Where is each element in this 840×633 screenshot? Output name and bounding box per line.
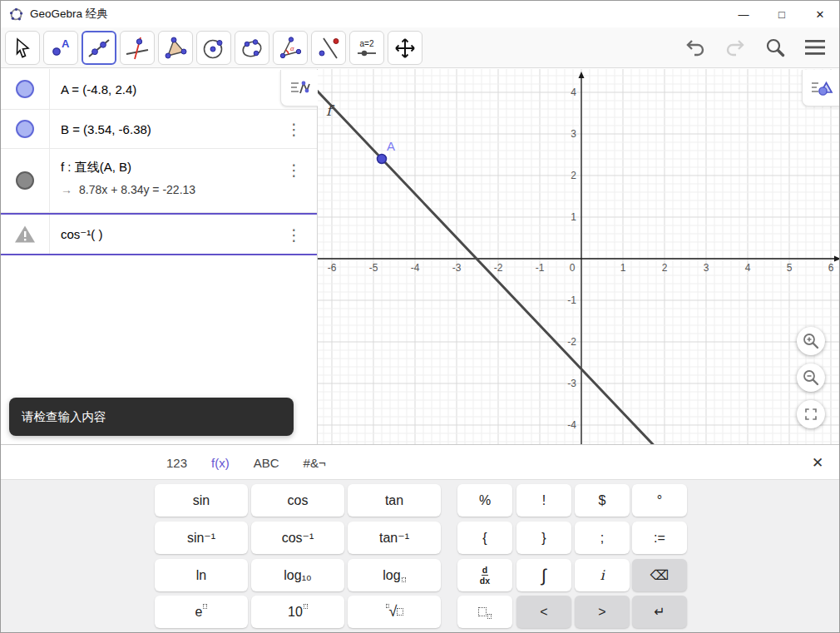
fullscreen-icon bbox=[803, 407, 818, 422]
key-assign[interactable]: := bbox=[632, 522, 687, 554]
fullscreen-button[interactable] bbox=[797, 400, 825, 428]
algebra-row-f[interactable]: f : 直线(A, B)→8.78x + 8.34y = -22.13⋮ bbox=[1, 149, 317, 213]
perpendicular-line-icon bbox=[125, 36, 150, 61]
geogebra-logo-icon bbox=[9, 7, 23, 22]
svg-text:3: 3 bbox=[571, 128, 576, 140]
key-ten-power[interactable]: 10 bbox=[251, 596, 344, 628]
undo-button[interactable] bbox=[681, 32, 709, 62]
svg-text:a=2: a=2 bbox=[360, 39, 374, 48]
tool-move-graphics-view[interactable] bbox=[388, 31, 422, 65]
key-factorial[interactable]: ! bbox=[516, 484, 571, 517]
redo-button[interactable] bbox=[721, 32, 749, 62]
svg-text:5: 5 bbox=[787, 262, 793, 274]
menu-button[interactable] bbox=[801, 32, 829, 62]
algebra-expression: f : 直线(A, B) bbox=[61, 160, 317, 176]
key-tan[interactable]: tan bbox=[348, 484, 441, 517]
algebra-row-A[interactable]: A = (-4.8, 2.4) bbox=[1, 69, 317, 110]
row-menu-button[interactable]: ⋮ bbox=[281, 225, 307, 244]
circle-gray-icon bbox=[16, 171, 34, 190]
graphics-stylebar-button[interactable] bbox=[802, 70, 839, 106]
row-menu-button[interactable]: ⋮ bbox=[281, 161, 307, 180]
svg-text:-6: -6 bbox=[328, 262, 337, 274]
zoom-out-button[interactable] bbox=[797, 363, 825, 392]
keyboard-close-button[interactable]: ✕ bbox=[806, 451, 829, 474]
visibility-toggle[interactable] bbox=[1, 69, 50, 109]
key-semicolon[interactable]: ; bbox=[575, 522, 630, 554]
visibility-toggle[interactable] bbox=[1, 110, 50, 148]
tool-reflect-about-line[interactable] bbox=[311, 31, 346, 65]
svg-text:-4: -4 bbox=[567, 419, 576, 431]
svg-text:-4: -4 bbox=[411, 262, 420, 274]
algebra-row-B[interactable]: B = (3.54, -6.38)⋮ bbox=[1, 110, 317, 149]
move-icon bbox=[10, 36, 35, 61]
graph-canvas[interactable]: -6-5-4-3-2-101234564321-1-2-3-4fA bbox=[318, 69, 840, 444]
algebra-row-input[interactable]: cos⁻¹( )⋮ bbox=[1, 213, 317, 255]
tool-angle[interactable]: α bbox=[273, 31, 308, 65]
circle-blue-icon bbox=[16, 80, 34, 98]
key-log10[interactable]: log₁₀ bbox=[251, 559, 344, 591]
svg-text:6: 6 bbox=[828, 262, 834, 274]
geogebra-window: GeoGebra 经典 — □ ✕ Aαa=2 bbox=[0, 0, 840, 633]
zoom-in-icon bbox=[802, 332, 820, 350]
key-degree[interactable]: ° bbox=[632, 484, 687, 517]
algebra-expression: B = (3.54, -6.38) bbox=[61, 122, 151, 136]
tool-perpendicular-line[interactable] bbox=[120, 31, 155, 65]
key-subscript[interactable] bbox=[457, 596, 512, 628]
algebra-stylebar-button[interactable] bbox=[280, 70, 318, 106]
svg-text:-2: -2 bbox=[567, 336, 576, 348]
search-button[interactable] bbox=[761, 32, 789, 62]
zoom-out-icon bbox=[802, 368, 820, 387]
minimize-button[interactable]: — bbox=[724, 1, 763, 27]
visibility-toggle[interactable] bbox=[1, 215, 50, 254]
maximize-button[interactable]: □ bbox=[763, 1, 801, 27]
polygon-icon bbox=[163, 36, 188, 61]
key-derivative[interactable]: ddx bbox=[457, 559, 512, 591]
tool-conic[interactable] bbox=[235, 31, 269, 65]
visibility-toggle[interactable] bbox=[1, 149, 50, 212]
key-tan-inverse[interactable]: tan⁻¹ bbox=[348, 522, 441, 554]
key-sin[interactable]: sin bbox=[155, 484, 248, 517]
key-e-power[interactable]: e bbox=[155, 596, 248, 628]
tool-polygon[interactable] bbox=[158, 31, 193, 65]
svg-text:4: 4 bbox=[571, 87, 576, 98]
key-brace-open[interactable]: { bbox=[457, 522, 512, 554]
key-brace-close[interactable]: } bbox=[516, 522, 571, 554]
tool-point[interactable]: A bbox=[43, 31, 78, 65]
zoom-in-button[interactable] bbox=[797, 327, 825, 355]
key-backspace[interactable]: ⌫ bbox=[632, 559, 687, 591]
keyboard-tab-fx[interactable]: f(x) bbox=[211, 456, 230, 470]
key-percent[interactable]: % bbox=[457, 484, 512, 517]
keyboard-tab-123[interactable]: 123 bbox=[166, 456, 187, 470]
key-log-base[interactable]: log bbox=[348, 559, 441, 591]
point-A[interactable] bbox=[378, 155, 387, 164]
tool-move[interactable] bbox=[5, 31, 40, 65]
key-cursor-left[interactable]: < bbox=[516, 596, 571, 628]
keyboard-tab-abc[interactable]: ABC bbox=[254, 456, 279, 470]
algebra-output: →8.78x + 8.34y = -22.13 bbox=[61, 183, 317, 196]
graphics-view[interactable]: -6-5-4-3-2-101234564321-1-2-3-4fA bbox=[318, 69, 840, 444]
key-nth-root[interactable]: √ bbox=[348, 596, 441, 628]
row-menu-button[interactable]: ⋮ bbox=[281, 120, 307, 139]
point-icon: A bbox=[48, 36, 73, 61]
close-button[interactable]: ✕ bbox=[801, 1, 839, 27]
toolbar: Aαa=2 bbox=[1, 27, 839, 68]
key-ln[interactable]: ln bbox=[155, 559, 248, 591]
key-cos-inverse[interactable]: cos⁻¹ bbox=[251, 522, 344, 554]
svg-text:0: 0 bbox=[570, 262, 576, 274]
circle-blue-icon bbox=[16, 120, 34, 138]
key-dollar[interactable]: $ bbox=[575, 484, 630, 517]
key-cos[interactable]: cos bbox=[251, 484, 344, 517]
key-imaginary-i[interactable]: i bbox=[575, 559, 630, 591]
menu-icon bbox=[804, 38, 826, 57]
key-sin-inverse[interactable]: sin⁻¹ bbox=[155, 522, 248, 554]
key-cursor-right[interactable]: > bbox=[575, 596, 630, 628]
svg-text:α: α bbox=[290, 45, 294, 52]
tool-circle-center-point[interactable] bbox=[196, 31, 231, 65]
key-enter[interactable]: ↵ bbox=[632, 596, 687, 628]
tool-slider[interactable]: a=2 bbox=[349, 31, 384, 65]
tool-line[interactable] bbox=[82, 31, 116, 65]
key-integral[interactable]: ∫ bbox=[516, 559, 571, 591]
keyboard-tab-[interactable]: #&¬ bbox=[304, 456, 326, 470]
svg-text:1: 1 bbox=[571, 211, 576, 223]
window-title: GeoGebra 经典 bbox=[30, 7, 108, 22]
